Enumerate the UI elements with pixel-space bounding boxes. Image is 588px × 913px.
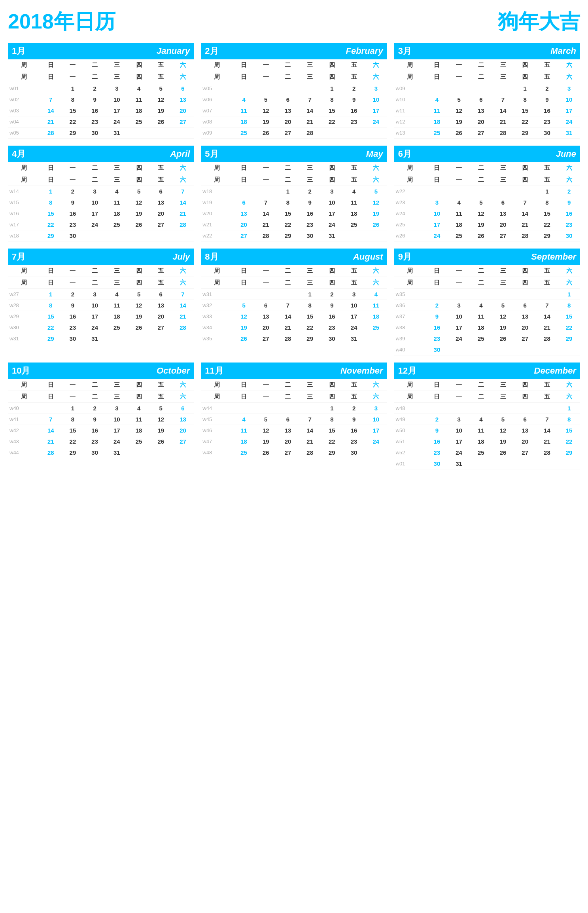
day-cell: 15: [40, 208, 62, 219]
day-cell: 13: [172, 94, 194, 105]
month-header-12: 12月December: [394, 363, 580, 379]
table-row: w31293031: [8, 333, 194, 344]
day-cell: 6: [277, 414, 299, 425]
day-cell: 11: [448, 208, 470, 219]
table-row: w509101112131415: [394, 425, 580, 436]
day-cell: 26: [150, 116, 172, 127]
day-cell: [343, 230, 365, 241]
week-number: w39: [394, 333, 426, 344]
table-row: w3816171819202122: [394, 322, 580, 333]
table-row: w0421222324252627: [8, 116, 194, 127]
week-number: w49: [394, 414, 426, 425]
day-cell: [470, 403, 492, 414]
day-cell: 17: [558, 105, 580, 116]
day-cell: 17: [448, 322, 470, 333]
day-cell: 10: [84, 300, 106, 311]
month-en: November: [340, 366, 383, 376]
day-cell: 3: [365, 403, 387, 414]
day-cell: 17: [448, 436, 470, 447]
day-header-三: 三: [492, 379, 514, 391]
day-header-col6: 五: [150, 277, 172, 289]
day-cell: [558, 344, 580, 355]
day-header-三: 三: [492, 265, 514, 277]
table-row: w2624252627282930: [394, 230, 580, 241]
day-header-四: 四: [321, 59, 343, 71]
day-cell: [255, 403, 277, 414]
day-cell: 10: [448, 425, 470, 436]
day-cell: 30: [536, 127, 558, 139]
day-cell: 22: [40, 322, 62, 333]
day-cell: 25: [233, 447, 255, 458]
day-cell: 12: [255, 425, 277, 436]
day-cell: 14: [40, 105, 62, 116]
day-cell: 14: [299, 105, 321, 116]
day-header-col5: 四: [514, 174, 536, 186]
day-header-col0: 周: [394, 391, 426, 403]
day-cell: 13: [172, 414, 194, 425]
day-header-col7: 六: [558, 71, 580, 83]
day-cell: 16: [536, 105, 558, 116]
day-cell: 2: [426, 414, 448, 425]
day-header-col4: 三: [106, 391, 128, 403]
day-header-周: 周: [8, 162, 40, 174]
day-cell: [128, 333, 150, 344]
day-cell: 7: [299, 414, 321, 425]
day-cell: 2: [558, 186, 580, 197]
day-cell: 29: [299, 333, 321, 344]
day-cell: [514, 186, 536, 197]
day-cell: 2: [536, 83, 558, 94]
day-cell: 30: [426, 344, 448, 355]
day-cell: 1: [40, 186, 62, 197]
week-number: w44: [8, 447, 40, 458]
day-cell: 20: [277, 116, 299, 127]
day-header-col3: 二: [470, 174, 492, 186]
day-cell: 11: [233, 105, 255, 116]
day-cell: 15: [299, 311, 321, 322]
day-cell: 18: [426, 116, 448, 127]
day-header-col3: 二: [277, 71, 299, 83]
week-number: w21: [201, 219, 233, 230]
day-cell: [514, 289, 536, 300]
day-header-col0: 周: [201, 391, 233, 403]
table-row: w09123: [394, 83, 580, 94]
day-cell: 28: [277, 333, 299, 344]
day-header-五: 五: [536, 59, 558, 71]
day-cell: 8: [62, 94, 84, 105]
day-header-二: 二: [470, 265, 492, 277]
table-row: w15891011121314: [8, 197, 194, 208]
day-header-col0: 周: [394, 71, 426, 83]
day-cell: [277, 83, 299, 94]
day-header-col2: 一: [448, 71, 470, 83]
month-block-3: 3月March周日一二三四五六周日一二三四五六w09123w1045678910…: [394, 43, 580, 139]
day-cell: 18: [233, 436, 255, 447]
month-header-7: 7月July: [8, 249, 194, 265]
day-cell: [233, 186, 255, 197]
day-cell: 7: [172, 186, 194, 197]
day-cell: 2: [299, 186, 321, 197]
day-cell: 11: [426, 105, 448, 116]
day-cell: 17: [426, 219, 448, 230]
month-header-6: 6月June: [394, 146, 580, 162]
day-cell: 6: [150, 186, 172, 197]
day-cell: 20: [172, 105, 194, 116]
day-cell: 11: [470, 311, 492, 322]
month-table-4: 周日一二三四五六周日一二三四五六w141234567w1589101112131…: [8, 162, 194, 241]
day-cell: 13: [492, 208, 514, 219]
day-cell: 5: [128, 186, 150, 197]
week-number: w36: [394, 300, 426, 311]
day-cell: 4: [128, 403, 150, 414]
day-cell: 23: [426, 333, 448, 344]
day-cell: 16: [426, 322, 448, 333]
day-cell: 14: [172, 300, 194, 311]
day-cell: [40, 83, 62, 94]
day-cell: 2: [343, 403, 365, 414]
day-cell: 2: [84, 83, 106, 94]
week-number: w05: [8, 127, 40, 139]
day-cell: 22: [62, 116, 84, 127]
month-header-2: 2月February: [201, 43, 387, 59]
day-cell: 11: [128, 94, 150, 105]
table-row: w0314151617181920: [8, 105, 194, 116]
day-cell: 29: [558, 333, 580, 344]
day-cell: 25: [365, 322, 387, 333]
day-cell: [492, 403, 514, 414]
